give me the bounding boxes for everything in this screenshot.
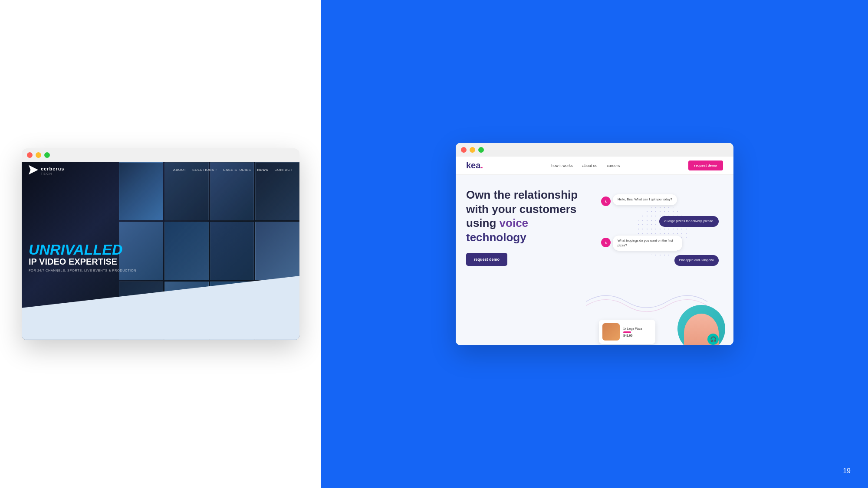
nav-link-solutions[interactable]: SOLUTIONS › bbox=[192, 168, 217, 172]
cerberus-hero-text: Unrivalled IP Video Expertise FOR 24/7 C… bbox=[29, 242, 136, 272]
cerberus-logo-text: cerberus TECH bbox=[41, 164, 64, 175]
pizza-order-details: 1x Large Pizza $41.00 bbox=[623, 327, 642, 337]
cerberus-logo-icon bbox=[29, 165, 38, 175]
nav-link-news[interactable]: NEWS bbox=[257, 168, 268, 172]
cerberus-browser-window: cerberus TECH ABOUT SOLUTIONS › CASE STU… bbox=[22, 148, 299, 340]
cerberus-nav: cerberus TECH ABOUT SOLUTIONS › CASE STU… bbox=[22, 162, 299, 178]
kea-hero: Own the relationship with your customers… bbox=[456, 175, 733, 345]
close-dot bbox=[27, 152, 33, 158]
page-number: 19 bbox=[843, 467, 851, 475]
cerberus-hero-title: Unrivalled bbox=[29, 242, 136, 257]
kea-hero-title: Own the relationship with your customers… bbox=[466, 188, 587, 244]
cerberus-titlebar bbox=[22, 148, 299, 162]
kea-avatar-1: k bbox=[601, 197, 611, 206]
tv-screen bbox=[164, 222, 209, 280]
kea-nav: kea. how it works about us careers reque… bbox=[456, 157, 733, 175]
cerberus-logo: cerberus TECH bbox=[29, 164, 64, 175]
kea-hero-text: Own the relationship with your customers… bbox=[466, 188, 587, 266]
nav-link-about[interactable]: ABOUT bbox=[173, 168, 186, 172]
kea-browser-window: kea. how it works about us careers reque… bbox=[456, 143, 733, 345]
kea-logo: kea. bbox=[466, 160, 483, 170]
nav-link-careers[interactable]: careers bbox=[607, 164, 620, 168]
kea-nav-links: how it works about us careers bbox=[551, 164, 620, 168]
kea-hero-cta-button[interactable]: request demo bbox=[466, 253, 507, 266]
cerberus-hero-description: FOR 24/7 CHANNELS, SPORTS, LIVE EVENTS &… bbox=[29, 269, 136, 272]
tv-screen bbox=[255, 222, 299, 280]
cerberus-nav-links: ABOUT SOLUTIONS › CASE STUDIES NEWS CONT… bbox=[173, 168, 293, 172]
nav-link-contact[interactable]: CONTACT bbox=[274, 168, 293, 172]
close-dot bbox=[461, 147, 467, 153]
left-panel: cerberus TECH ABOUT SOLUTIONS › CASE STU… bbox=[0, 0, 321, 488]
tv-screen bbox=[210, 222, 254, 280]
kea-chat-area: k Hello, Bea! What can I get you today? … bbox=[595, 188, 723, 345]
cerberus-hero-subtitle: IP Video Expertise bbox=[29, 257, 136, 266]
cerberus-bg: cerberus TECH ABOUT SOLUTIONS › CASE STU… bbox=[22, 162, 299, 340]
minimize-dot bbox=[36, 152, 41, 158]
cerberus-content: cerberus TECH ABOUT SOLUTIONS › CASE STU… bbox=[22, 162, 299, 340]
right-panel: kea. how it works about us careers reque… bbox=[321, 0, 868, 488]
chat-bubble-2: 2 Large pizzas for delivery, please. bbox=[659, 216, 719, 227]
chat-bubble-3: What toppings do you want on the first p… bbox=[613, 236, 682, 251]
chat-bubble-1: Hello, Bea! What can I get you today? bbox=[613, 194, 677, 205]
maximize-dot bbox=[44, 152, 50, 158]
nav-link-how-it-works[interactable]: how it works bbox=[551, 164, 573, 168]
pizza-image bbox=[602, 323, 620, 341]
kea-avatar-2: k bbox=[601, 238, 611, 247]
chat-bubble-4: Pineapple and Jalapeño bbox=[674, 255, 719, 266]
kea-titlebar bbox=[456, 143, 733, 157]
minimize-dot bbox=[470, 147, 475, 153]
kea-content: kea. how it works about us careers reque… bbox=[456, 157, 733, 345]
nav-link-about-us[interactable]: about us bbox=[582, 164, 598, 168]
pizza-order-card: 1x Large Pizza $41.00 bbox=[599, 320, 655, 344]
maximize-dot bbox=[478, 147, 484, 153]
kea-request-demo-button[interactable]: request demo bbox=[688, 160, 723, 170]
nav-link-case-studies[interactable]: CASE STUDIES bbox=[223, 168, 251, 172]
headset-icon: 🎧 bbox=[707, 334, 719, 345]
